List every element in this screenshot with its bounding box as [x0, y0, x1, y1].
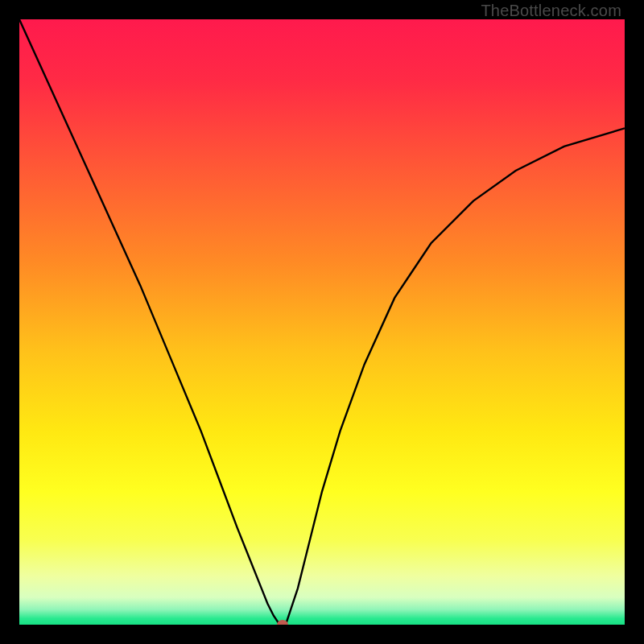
watermark-text: TheBottleneck.com [481, 2, 621, 20]
optimum-marker [277, 620, 288, 625]
plot-area [19, 19, 625, 625]
chart-outer-frame: TheBottleneck.com [0, 0, 644, 644]
bottleneck-curve [19, 19, 625, 625]
